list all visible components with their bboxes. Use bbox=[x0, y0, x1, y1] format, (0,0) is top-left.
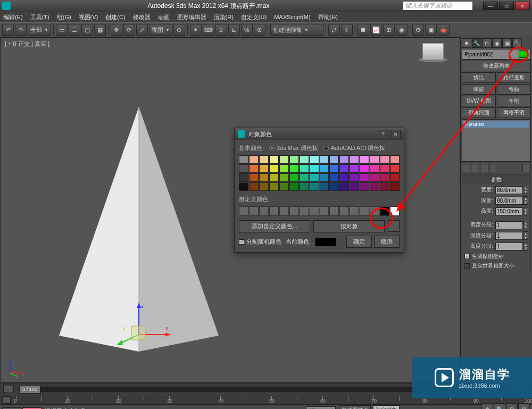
mod-uvw[interactable]: UVW 贴图 bbox=[462, 96, 496, 106]
menu-group[interactable]: 组(G) bbox=[57, 13, 71, 21]
palette-swatch[interactable] bbox=[289, 164, 299, 173]
menu-customize[interactable]: 自定义(U) bbox=[241, 13, 267, 21]
redo-button[interactable]: ↷ bbox=[15, 24, 27, 36]
mod-pathdeform[interactable]: 路径变形 bbox=[497, 72, 531, 83]
palette-swatch[interactable] bbox=[329, 173, 339, 182]
active-color-icon[interactable] bbox=[388, 220, 400, 232]
palette-swatch[interactable] bbox=[329, 164, 339, 173]
palette-swatch[interactable] bbox=[390, 164, 400, 173]
palette-swatch[interactable] bbox=[380, 173, 389, 182]
unique-icon[interactable] bbox=[480, 164, 488, 172]
viewcube-face[interactable]: 前 bbox=[422, 43, 444, 60]
palette-swatch[interactable] bbox=[249, 182, 259, 191]
ref-coord-dropdown[interactable]: 视图▼ bbox=[149, 24, 172, 36]
material-button[interactable]: ◉ bbox=[396, 24, 408, 36]
custom-swatch[interactable] bbox=[350, 206, 359, 216]
menu-tools[interactable]: 工具(T) bbox=[30, 13, 49, 21]
palette-swatch[interactable] bbox=[370, 182, 379, 191]
autokey-button[interactable]: 自动关键点 bbox=[339, 405, 371, 410]
palette-swatch[interactable] bbox=[279, 173, 289, 182]
pivot-button[interactable]: ⊙ bbox=[173, 24, 185, 36]
palette-swatch[interactable] bbox=[279, 164, 289, 173]
remove-icon[interactable] bbox=[489, 164, 497, 172]
palette-swatch[interactable] bbox=[360, 155, 369, 164]
cancel-button[interactable]: 取消 bbox=[374, 236, 400, 248]
custom-swatch[interactable] bbox=[360, 206, 369, 216]
palette-swatch[interactable] bbox=[279, 155, 289, 164]
palette-swatch[interactable] bbox=[350, 164, 359, 173]
color-palette[interactable] bbox=[239, 155, 400, 191]
snap-pct-button[interactable]: % bbox=[241, 24, 253, 36]
minimize-button[interactable]: — bbox=[483, 2, 498, 10]
pin-stack-icon[interactable] bbox=[462, 164, 470, 172]
mod-bend[interactable]: 弯曲 bbox=[497, 84, 531, 95]
palette-swatch[interactable] bbox=[370, 173, 379, 182]
palette-swatch[interactable] bbox=[390, 173, 400, 182]
palette-swatch[interactable] bbox=[320, 173, 329, 182]
menu-edit[interactable]: 编辑(E) bbox=[3, 13, 23, 21]
render-button[interactable]: 🫖 bbox=[438, 24, 450, 36]
stack-item-pyramid[interactable]: Pyramid bbox=[463, 121, 529, 128]
palette-swatch[interactable] bbox=[269, 155, 279, 164]
realworld-checkbox[interactable]: 真实世界贴图大小 bbox=[462, 261, 530, 271]
palette-swatch[interactable] bbox=[329, 155, 339, 164]
palette-swatch[interactable] bbox=[239, 164, 248, 173]
custom-swatch[interactable] bbox=[329, 206, 339, 216]
palette-swatch[interactable] bbox=[300, 173, 309, 182]
palette-swatch[interactable] bbox=[300, 155, 309, 164]
addtag-button[interactable]: 添加时间标记 bbox=[306, 406, 336, 410]
palette-swatch[interactable] bbox=[249, 164, 259, 173]
custom-swatch[interactable] bbox=[259, 206, 269, 216]
palette-swatch[interactable] bbox=[289, 173, 299, 182]
aci-palette-radio[interactable]: AutoCAD ACI 调色板 bbox=[323, 144, 386, 152]
palette-swatch[interactable] bbox=[279, 182, 289, 191]
custom-swatch[interactable] bbox=[300, 206, 309, 216]
genmap-checkbox[interactable]: ✓生成贴图坐标 bbox=[462, 252, 530, 261]
show-end-icon[interactable] bbox=[471, 164, 479, 172]
palette-swatch[interactable] bbox=[320, 182, 329, 191]
menu-graph[interactable]: 图形编辑器 bbox=[177, 13, 206, 21]
menu-modifiers[interactable]: 修改器 bbox=[133, 13, 151, 21]
modifier-list-dropdown[interactable]: 修改器列表 bbox=[462, 61, 531, 71]
curve-editor-button[interactable]: 📈 bbox=[370, 24, 382, 36]
tab-modify[interactable]: 🔧 bbox=[472, 38, 481, 48]
undo-button[interactable]: ↶ bbox=[2, 24, 14, 36]
move-button[interactable]: ✥ bbox=[111, 24, 122, 36]
palette-swatch[interactable] bbox=[370, 155, 379, 164]
palette-swatch[interactable] bbox=[350, 173, 359, 182]
custom-swatch[interactable] bbox=[310, 206, 319, 216]
palette-swatch[interactable] bbox=[289, 182, 299, 191]
hseg-spinner[interactable]: ▲▼ bbox=[495, 242, 528, 251]
palette-swatch[interactable] bbox=[239, 182, 248, 191]
close-button[interactable]: ✕ bbox=[515, 2, 530, 10]
custom-swatch[interactable] bbox=[390, 206, 400, 216]
help-search-input[interactable]: 键入关键字或短语 bbox=[403, 2, 472, 10]
select-name-button[interactable]: ☰ bbox=[69, 24, 80, 36]
assign-random-checkbox[interactable]: ✓分配随机颜色 bbox=[239, 238, 281, 246]
modifier-stack[interactable]: Pyramid bbox=[462, 119, 531, 162]
time-slider-thumb[interactable]: 0 / 100 bbox=[19, 385, 40, 394]
palette-swatch[interactable] bbox=[339, 155, 349, 164]
palette-swatch[interactable] bbox=[310, 173, 319, 182]
width-spinner[interactable]: ▲▼ bbox=[495, 186, 528, 194]
tab-create[interactable]: ✸ bbox=[462, 38, 471, 48]
custom-swatch[interactable] bbox=[239, 206, 248, 216]
render-setup-button[interactable]: ⚙ bbox=[412, 24, 424, 36]
dialog-titlebar[interactable]: 对象颜色 ? ✕ bbox=[235, 128, 404, 140]
menu-help[interactable]: 帮助(H) bbox=[318, 13, 338, 21]
palette-swatch[interactable] bbox=[329, 182, 339, 191]
custom-swatch[interactable] bbox=[339, 206, 349, 216]
custom-swatch[interactable] bbox=[370, 206, 379, 216]
transform-gizmo[interactable]: z x y bbox=[112, 303, 176, 356]
object-name-field[interactable]: Pyramid002 bbox=[462, 49, 531, 60]
wseg-spinner[interactable]: ▲▼ bbox=[495, 221, 528, 229]
object-color-swatch[interactable] bbox=[519, 51, 528, 58]
menu-create[interactable]: 创建(C) bbox=[105, 13, 125, 21]
selection-filter[interactable]: 全部▼ bbox=[28, 24, 51, 36]
palette-swatch[interactable] bbox=[380, 182, 389, 191]
palette-swatch[interactable] bbox=[259, 182, 269, 191]
palette-swatch[interactable] bbox=[269, 164, 279, 173]
palette-swatch[interactable] bbox=[380, 164, 389, 173]
palette-swatch[interactable] bbox=[259, 164, 269, 173]
snap-spinner-button[interactable]: ⊕ bbox=[254, 24, 265, 36]
